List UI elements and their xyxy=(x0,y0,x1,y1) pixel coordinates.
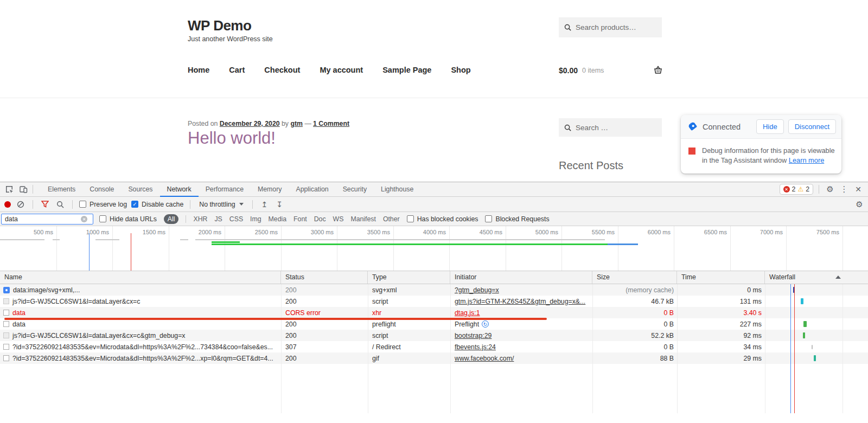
has-blocked-cookies-checkbox[interactable]: Has blocked cookies xyxy=(407,215,478,223)
filter-type-all[interactable]: All xyxy=(164,214,179,224)
filter-type-media[interactable]: Media xyxy=(269,215,287,223)
blocked-requests-checkbox[interactable]: Blocked Requests xyxy=(485,215,549,223)
basket-icon[interactable] xyxy=(654,66,662,74)
clear-network-log-icon[interactable] xyxy=(15,201,26,208)
post-date-link[interactable]: December 29, 2020 xyxy=(220,120,280,127)
tab-lighthouse[interactable]: Lighthouse xyxy=(374,182,420,197)
sidebar-search-box[interactable]: Search … xyxy=(559,118,662,137)
filter-type-img[interactable]: Img xyxy=(250,215,261,223)
column-header-status[interactable]: Status xyxy=(281,271,368,284)
filter-type-other[interactable]: Other xyxy=(383,215,400,223)
initiator-link[interactable]: fbevents.js:24 xyxy=(455,343,496,351)
posted-on-label: Posted on xyxy=(188,120,218,127)
clear-filter-icon[interactable]: ✕ xyxy=(81,216,87,222)
tab-memory[interactable]: Memory xyxy=(251,182,289,197)
search-network-icon[interactable] xyxy=(55,201,66,208)
disable-cache-checkbox[interactable]: ✓ Disable cache xyxy=(131,201,183,208)
product-search-box[interactable]: Search products… xyxy=(559,17,662,37)
tab-sources[interactable]: Sources xyxy=(121,182,159,197)
export-har-icon[interactable]: ↧ xyxy=(274,200,285,209)
nav-item-home[interactable]: Home xyxy=(188,66,209,74)
table-row[interactable]: ?id=3752260921483535&ev=Microdata&dl=htt… xyxy=(0,352,868,364)
cart-summary[interactable]: $0.00 0 items xyxy=(559,66,604,75)
nav-item-my-account[interactable]: My account xyxy=(320,66,363,74)
timeline-tick-label: 2500 ms xyxy=(255,229,278,235)
nav-item-checkout[interactable]: Checkout xyxy=(264,66,300,74)
hide-data-urls-checkbox[interactable]: Hide data URLs xyxy=(99,215,157,223)
column-header-name[interactable]: Name xyxy=(0,271,281,284)
close-devtools-icon[interactable]: ✕ xyxy=(853,185,864,194)
by-label: by xyxy=(282,120,289,127)
filter-input[interactable] xyxy=(2,215,81,223)
time-cell: 227 ms xyxy=(677,318,765,330)
site-title[interactable]: WP Demo xyxy=(188,17,251,34)
waterfall-label: Waterfall xyxy=(769,273,795,281)
column-header-type[interactable]: Type xyxy=(368,271,450,284)
table-row[interactable]: dataCORS errorxhrdtag.js:10 B3.40 s xyxy=(0,307,868,318)
filter-type-doc[interactable]: Doc xyxy=(314,215,326,223)
inspect-element-icon[interactable] xyxy=(2,182,16,196)
import-har-icon[interactable]: ↥ xyxy=(259,200,270,209)
hide-button[interactable]: Hide xyxy=(756,119,784,134)
record-network-log-button[interactable] xyxy=(4,201,11,208)
filter-type-font[interactable]: Font xyxy=(293,215,307,223)
initiator-link[interactable]: gtm.js?id=GTM-KZ6S45Z&gtm_debug=x&... xyxy=(455,298,585,305)
column-header-waterfall[interactable]: Waterfall xyxy=(765,271,868,284)
device-toolbar-icon[interactable] xyxy=(16,182,30,196)
post-author-link[interactable]: gtm xyxy=(290,120,303,127)
overview-bar-green-short xyxy=(212,241,240,243)
request-name-cell: ?id=3752260921483535&ev=Microdata&dl=htt… xyxy=(0,352,281,364)
column-header-time[interactable]: Time xyxy=(677,271,765,284)
kebab-menu-icon[interactable]: ⋮ xyxy=(839,184,850,194)
post-comments-link[interactable]: 1 Comment xyxy=(313,120,349,127)
table-row[interactable]: data:image/svg+xml,...200svg+xml?gtm_deb… xyxy=(0,284,868,296)
nav-item-sample-page[interactable]: Sample Page xyxy=(382,66,431,74)
initiator-link[interactable]: ?gtm_debug=x xyxy=(455,286,499,294)
tab-performance[interactable]: Performance xyxy=(199,182,251,197)
console-issues-badge[interactable]: ✕ 2 ⚠ 2 xyxy=(780,184,813,195)
filter-type-js[interactable]: JS xyxy=(214,215,222,223)
initiator-cell: www.facebook.com/ xyxy=(450,352,592,364)
preflight-info-icon[interactable]: ↻ xyxy=(482,321,489,328)
timeline-gridline xyxy=(843,226,843,271)
initiator-cell: fbevents.js:24 xyxy=(450,341,592,352)
timeline-gridline xyxy=(618,226,618,271)
post-title[interactable]: Hello world! xyxy=(188,129,276,148)
size-cell: 52.2 kB xyxy=(592,330,677,341)
column-header-initiator[interactable]: Initiator xyxy=(450,271,592,284)
filter-type-xhr[interactable]: XHR xyxy=(193,215,207,223)
network-overview-timeline[interactable]: 500 ms1000 ms1500 ms2000 ms2500 ms3000 m… xyxy=(0,226,868,271)
nav-item-cart[interactable]: Cart xyxy=(229,66,245,74)
throttling-value: No throttling xyxy=(199,201,235,208)
preserve-log-checkbox[interactable]: Preserve log xyxy=(79,201,127,208)
tab-console[interactable]: Console xyxy=(82,182,121,197)
meta-separator: — xyxy=(304,120,311,127)
request-name-cell: data xyxy=(0,318,281,330)
table-row[interactable]: js?id=G-WJ5CLC6SW1&l=dataLayer&cx=c&gtm_… xyxy=(0,330,868,341)
table-row[interactable]: js?id=G-WJ5CLC6SW1&l=dataLayer&cx=c200sc… xyxy=(0,296,868,307)
column-header-size[interactable]: Size xyxy=(592,271,677,284)
tab-application[interactable]: Application xyxy=(289,182,335,197)
network-settings-gear-icon[interactable]: ⚙ xyxy=(854,200,865,209)
table-row[interactable]: data200preflightPreflight↻0 B227 ms xyxy=(0,318,868,330)
filter-type-manifest[interactable]: Manifest xyxy=(350,215,375,223)
learn-more-link[interactable]: Learn more xyxy=(789,156,824,164)
tab-security[interactable]: Security xyxy=(336,182,374,197)
tab-elements[interactable]: Elements xyxy=(41,182,82,197)
throttling-dropdown[interactable]: No throttling xyxy=(197,201,245,208)
filter-funnel-icon[interactable] xyxy=(40,201,50,208)
nav-item-shop[interactable]: Shop xyxy=(451,66,470,74)
initiator-cell: ?gtm_debug=x xyxy=(450,284,592,296)
initiator-link[interactable]: www.facebook.com/ xyxy=(455,355,514,362)
filter-type-ws[interactable]: WS xyxy=(333,215,344,223)
request-name: ?id=3752260921483535&ev=Microdata&dl=htt… xyxy=(12,355,273,362)
tab-network[interactable]: Network xyxy=(160,182,199,197)
initiator-link[interactable]: bootstrap:29 xyxy=(455,332,492,339)
disconnect-button[interactable]: Disconnect xyxy=(788,119,836,134)
filter-type-css[interactable]: CSS xyxy=(229,215,243,223)
table-row[interactable]: ?id=3752260921483535&ev=Microdata&dl=htt… xyxy=(0,341,868,352)
initiator-link[interactable]: dtag.js:1 xyxy=(455,309,480,317)
settings-gear-icon[interactable]: ⚙ xyxy=(825,184,835,194)
timeline-tick-label: 1000 ms xyxy=(86,229,109,235)
status-cell: 200 xyxy=(281,296,368,307)
